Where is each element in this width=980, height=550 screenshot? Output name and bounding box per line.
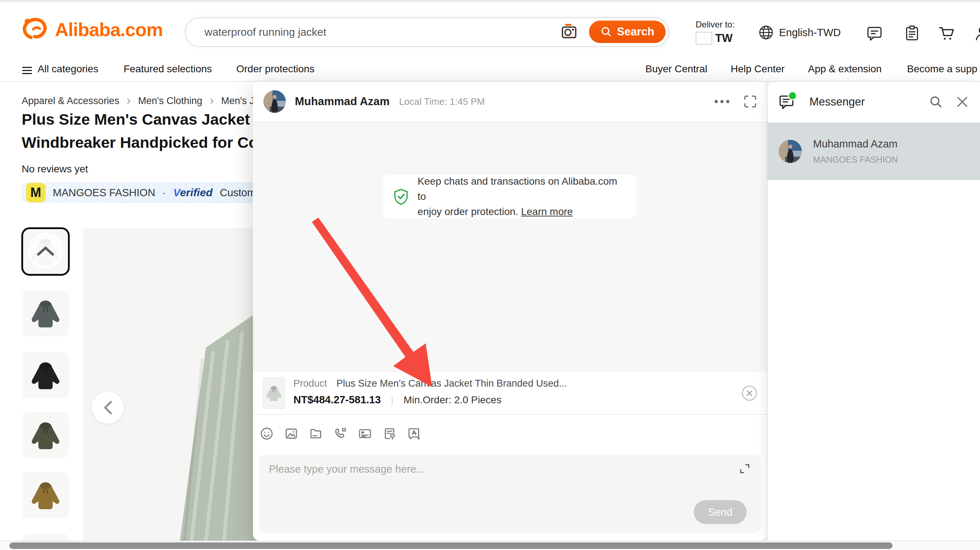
- translate-icon[interactable]: [407, 426, 422, 441]
- product-card-title: Plus Size Men's Canvas Jacket Thin Brand…: [336, 378, 567, 389]
- deliver-to-label: Deliver to:: [695, 19, 735, 30]
- business-card-icon[interactable]: [358, 426, 372, 441]
- horizontal-scrollbar[interactable]: [0, 540, 980, 550]
- nav-app-extension[interactable]: App & extension: [808, 63, 882, 75]
- product-card-close-icon[interactable]: [741, 385, 757, 401]
- chat-window: Muhammad Azam Local Time: 1:45 PM Keep c…: [253, 82, 767, 540]
- nav-buyer-central[interactable]: Buyer Central: [645, 63, 707, 75]
- contact-company: MANGOES FASHION: [813, 155, 898, 165]
- cart-icon[interactable]: [937, 25, 956, 43]
- main-nav: All categories Featured selections Order…: [0, 58, 980, 82]
- search-input[interactable]: waterproof running jacket: [205, 26, 326, 38]
- product-title-line2: Windbreaker Handpicked for Comfo: [22, 131, 287, 154]
- thumbnail-5[interactable]: [22, 472, 68, 518]
- contact-avatar: [778, 140, 802, 163]
- messenger-title: Messenger: [810, 95, 916, 108]
- supplier-logo: M: [26, 183, 46, 202]
- separator-dot: ·: [162, 187, 166, 199]
- hoodie-image: [27, 294, 64, 332]
- chevron-up-icon: [35, 244, 56, 257]
- deliver-to[interactable]: Deliver to: TW: [695, 19, 735, 45]
- account-icon[interactable]: [974, 25, 980, 42]
- camera-icon[interactable]: [560, 23, 579, 41]
- messenger-header: Messenger: [767, 82, 980, 123]
- separator-pipe: |: [391, 394, 393, 406]
- thumbnail-2[interactable]: [22, 290, 68, 337]
- chat-header: Muhammad Azam Local Time: 1:45 PM: [253, 82, 767, 122]
- chat-local-time: Local Time: 1:45 PM: [399, 96, 485, 107]
- order-protection-notice: Keep chats and transactions on Alibaba.c…: [383, 175, 636, 218]
- chat-more-icon[interactable]: [714, 99, 730, 104]
- image-icon[interactable]: [284, 426, 299, 441]
- contact-name: Muhammad Azam: [813, 138, 897, 150]
- contact-avatar: [263, 90, 286, 113]
- alibaba-logo-icon: [21, 14, 51, 45]
- learn-more-link[interactable]: Learn more: [521, 206, 573, 217]
- message-composer[interactable]: Please type your message here... Send: [259, 455, 761, 533]
- language-label: English-TWD: [779, 27, 841, 39]
- product-min-order: Min.Order: 2.0 Pieces: [404, 394, 501, 406]
- search-icon: [600, 25, 612, 38]
- online-status-dot: [788, 91, 797, 100]
- thumbnail-3[interactable]: [22, 352, 68, 398]
- thumbnail-4[interactable]: [22, 412, 68, 458]
- protection-text-line2: enjoy order protection.: [418, 206, 519, 217]
- hoodie-image: [27, 416, 64, 454]
- search-button[interactable]: Search: [589, 21, 666, 43]
- nav-order-protections[interactable]: Order protections: [236, 63, 314, 75]
- chat-toolbar: [259, 415, 422, 452]
- alibaba-product-page: Alibaba.com waterproof running jacket Se…: [0, 0, 980, 550]
- chat-product-card[interactable]: Product Plus Size Men's Canvas Jacket Th…: [253, 372, 767, 414]
- globe-icon: [758, 25, 774, 40]
- send-button[interactable]: Send: [694, 500, 746, 524]
- protection-text-line1: Keep chats and transactions on Alibaba.c…: [418, 174, 627, 204]
- language-currency-switcher[interactable]: English-TWD: [758, 25, 841, 40]
- video-call-icon[interactable]: [333, 426, 348, 441]
- hoodie-image: [27, 476, 64, 514]
- main-product-image[interactable]: [83, 228, 264, 540]
- messenger-search-icon[interactable]: [929, 95, 943, 109]
- product-price: NT$484.27-581.13: [293, 394, 381, 406]
- messenger-panel: Messenger Muhammad Azam MANGOES FASHION: [767, 82, 980, 540]
- orders-icon[interactable]: [904, 25, 921, 42]
- contact-list-item-selected[interactable]: Muhammad Azam MANGOES FASHION: [767, 123, 980, 180]
- message-input[interactable]: Please type your message here...: [269, 463, 425, 475]
- product-label: Product: [293, 378, 327, 389]
- nav-featured-selections[interactable]: Featured selections: [124, 63, 212, 75]
- messages-icon[interactable]: [866, 25, 883, 42]
- nav-all-categories[interactable]: All categories: [38, 63, 98, 75]
- chat-message-area: Keep chats and transactions on Alibaba.c…: [253, 122, 767, 372]
- chevron-right-icon: [208, 98, 215, 105]
- breadcrumb-mens-clothing[interactable]: Men's Clothing: [138, 95, 202, 107]
- scrollbar-thumb[interactable]: [10, 542, 892, 549]
- search-button-label: Search: [617, 25, 654, 38]
- product-thumbnail: [262, 377, 285, 409]
- verified-badge: Verified: [173, 186, 213, 199]
- chevron-right-icon: [125, 98, 132, 105]
- nav-help-center[interactable]: Help Center: [731, 63, 784, 75]
- composer-expand-icon[interactable]: [738, 463, 751, 475]
- site-header: Alibaba.com waterproof running jacket Se…: [0, 2, 980, 58]
- alibaba-logo[interactable]: Alibaba.com: [21, 14, 162, 45]
- thumbnail-1-selected[interactable]: [22, 228, 68, 275]
- carousel-prev-button[interactable]: [92, 392, 124, 423]
- deliver-region: TW: [715, 32, 732, 45]
- search-bar[interactable]: waterproof running jacket Search: [185, 17, 669, 47]
- emoji-icon[interactable]: [259, 426, 274, 441]
- shield-check-icon: [393, 188, 410, 205]
- supplier-badge[interactable]: M MANGOES FASHION · Verified Custom M: [22, 182, 275, 203]
- reviews-summary: No reviews yet: [22, 163, 88, 175]
- chevron-left-icon: [102, 400, 113, 416]
- chat-fullscreen-icon[interactable]: [744, 95, 757, 108]
- supplier-name: MANGOES FASHION: [53, 187, 155, 199]
- fabric-photo: [83, 228, 264, 540]
- breadcrumb-apparel[interactable]: Apparel & Accessories: [22, 95, 119, 107]
- order-location-icon[interactable]: [382, 426, 397, 441]
- region-flag: [695, 32, 712, 45]
- nav-become-supplier[interactable]: Become a supp: [907, 63, 977, 75]
- folder-icon[interactable]: [309, 426, 323, 441]
- hamburger-icon: [21, 64, 33, 76]
- thumbnails-scroll-up-button[interactable]: [27, 233, 64, 269]
- alibaba-logo-text: Alibaba.com: [55, 19, 162, 40]
- messenger-close-icon[interactable]: [955, 95, 969, 109]
